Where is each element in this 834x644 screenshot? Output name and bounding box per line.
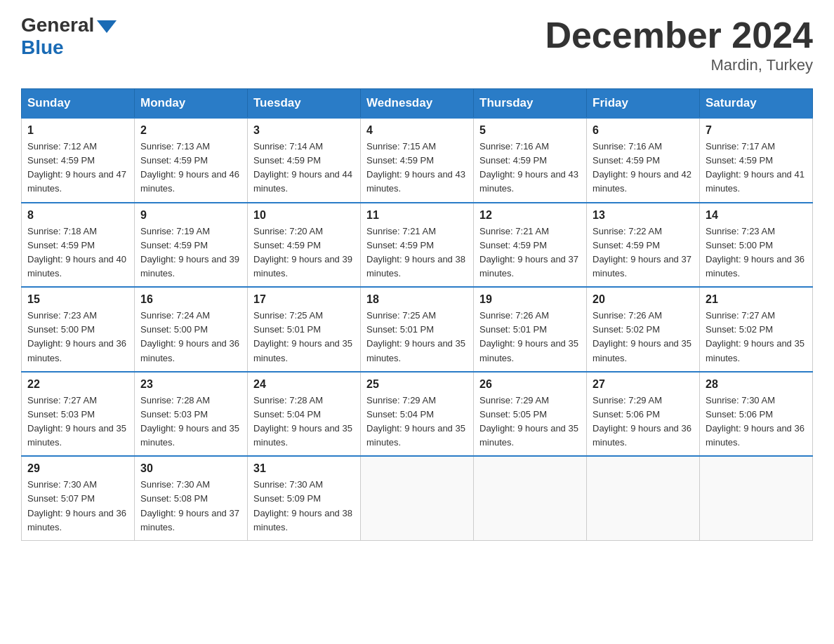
day-number: 20 — [593, 293, 694, 306]
day-info: Sunrise: 7:19 AMSunset: 4:59 PMDaylight:… — [140, 224, 241, 281]
calendar-cell: 15Sunrise: 7:23 AMSunset: 5:00 PMDayligh… — [22, 287, 135, 372]
day-number: 9 — [140, 209, 241, 222]
weekday-header-sunday: Sunday — [22, 89, 135, 119]
day-number: 28 — [706, 378, 807, 391]
calendar-cell: 25Sunrise: 7:29 AMSunset: 5:04 PMDayligh… — [361, 372, 474, 457]
calendar-cell: 1Sunrise: 7:12 AMSunset: 4:59 PMDaylight… — [22, 118, 135, 203]
day-number: 10 — [253, 209, 355, 222]
day-number: 12 — [479, 209, 581, 222]
day-info: Sunrise: 7:25 AMSunset: 5:01 PMDaylight:… — [253, 309, 355, 365]
day-info: Sunrise: 7:22 AMSunset: 4:59 PMDaylight:… — [593, 224, 694, 281]
week-row-5: 29Sunrise: 7:30 AMSunset: 5:07 PMDayligh… — [22, 456, 813, 540]
day-info: Sunrise: 7:30 AMSunset: 5:09 PMDaylight:… — [253, 478, 355, 535]
day-number: 25 — [366, 378, 468, 391]
weekday-header-thursday: Thursday — [474, 89, 587, 119]
weekday-header-saturday: Saturday — [700, 89, 813, 119]
day-info: Sunrise: 7:27 AMSunset: 5:02 PMDaylight:… — [706, 309, 807, 365]
calendar-cell: 5Sunrise: 7:16 AMSunset: 4:59 PMDaylight… — [474, 118, 587, 203]
calendar-cell: 12Sunrise: 7:21 AMSunset: 4:59 PMDayligh… — [474, 203, 587, 288]
day-info: Sunrise: 7:15 AMSunset: 4:59 PMDaylight:… — [366, 140, 468, 196]
day-info: Sunrise: 7:30 AMSunset: 5:06 PMDaylight:… — [706, 394, 807, 450]
week-row-4: 22Sunrise: 7:27 AMSunset: 5:03 PMDayligh… — [22, 372, 813, 457]
logo-arrow-icon — [97, 20, 117, 33]
day-info: Sunrise: 7:23 AMSunset: 5:00 PMDaylight:… — [706, 224, 807, 281]
weekday-header-friday: Friday — [587, 89, 700, 119]
day-info: Sunrise: 7:16 AMSunset: 4:59 PMDaylight:… — [479, 140, 581, 196]
calendar-cell: 28Sunrise: 7:30 AMSunset: 5:06 PMDayligh… — [700, 372, 813, 457]
day-info: Sunrise: 7:28 AMSunset: 5:04 PMDaylight:… — [253, 394, 355, 450]
day-number: 7 — [706, 124, 807, 137]
day-number: 24 — [253, 378, 355, 391]
day-number: 23 — [140, 378, 241, 391]
calendar-cell: 20Sunrise: 7:26 AMSunset: 5:02 PMDayligh… — [587, 287, 700, 372]
day-info: Sunrise: 7:14 AMSunset: 4:59 PMDaylight:… — [253, 140, 355, 196]
day-number: 16 — [140, 293, 241, 306]
calendar-cell: 16Sunrise: 7:24 AMSunset: 5:00 PMDayligh… — [135, 287, 248, 372]
day-info: Sunrise: 7:17 AMSunset: 4:59 PMDaylight:… — [706, 140, 807, 196]
calendar-table: SundayMondayTuesdayWednesdayThursdayFrid… — [21, 88, 813, 541]
calendar-cell: 21Sunrise: 7:27 AMSunset: 5:02 PMDayligh… — [700, 287, 813, 372]
calendar-cell — [474, 456, 587, 540]
day-info: Sunrise: 7:13 AMSunset: 4:59 PMDaylight:… — [140, 140, 241, 196]
calendar-cell: 13Sunrise: 7:22 AMSunset: 4:59 PMDayligh… — [587, 203, 700, 288]
calendar-cell: 10Sunrise: 7:20 AMSunset: 4:59 PMDayligh… — [248, 203, 361, 288]
day-info: Sunrise: 7:26 AMSunset: 5:01 PMDaylight:… — [479, 309, 581, 365]
day-number: 26 — [479, 378, 581, 391]
calendar-cell: 30Sunrise: 7:30 AMSunset: 5:08 PMDayligh… — [135, 456, 248, 540]
calendar-cell: 3Sunrise: 7:14 AMSunset: 4:59 PMDaylight… — [248, 118, 361, 203]
title-section: December 2024 Mardin, Turkey — [545, 14, 813, 74]
day-info: Sunrise: 7:29 AMSunset: 5:06 PMDaylight:… — [593, 394, 694, 450]
day-number: 6 — [593, 124, 694, 137]
calendar-cell: 11Sunrise: 7:21 AMSunset: 4:59 PMDayligh… — [361, 203, 474, 288]
calendar-cell: 9Sunrise: 7:19 AMSunset: 4:59 PMDaylight… — [135, 203, 248, 288]
calendar-cell: 18Sunrise: 7:25 AMSunset: 5:01 PMDayligh… — [361, 287, 474, 372]
calendar-cell: 27Sunrise: 7:29 AMSunset: 5:06 PMDayligh… — [587, 372, 700, 457]
week-row-2: 8Sunrise: 7:18 AMSunset: 4:59 PMDaylight… — [22, 203, 813, 288]
calendar-cell: 17Sunrise: 7:25 AMSunset: 5:01 PMDayligh… — [248, 287, 361, 372]
calendar-cell: 29Sunrise: 7:30 AMSunset: 5:07 PMDayligh… — [22, 456, 135, 540]
day-info: Sunrise: 7:18 AMSunset: 4:59 PMDaylight:… — [27, 224, 128, 281]
calendar-cell — [361, 456, 474, 540]
calendar-cell: 31Sunrise: 7:30 AMSunset: 5:09 PMDayligh… — [248, 456, 361, 540]
calendar-cell: 6Sunrise: 7:16 AMSunset: 4:59 PMDaylight… — [587, 118, 700, 203]
day-number: 4 — [366, 124, 468, 137]
logo-general-text: General — [21, 14, 94, 36]
day-info: Sunrise: 7:29 AMSunset: 5:04 PMDaylight:… — [366, 394, 468, 450]
day-number: 15 — [27, 293, 128, 306]
logo: General Blue — [21, 14, 117, 59]
calendar-cell: 24Sunrise: 7:28 AMSunset: 5:04 PMDayligh… — [248, 372, 361, 457]
day-number: 31 — [253, 462, 355, 475]
day-number: 1 — [27, 124, 128, 137]
day-number: 30 — [140, 462, 241, 475]
day-info: Sunrise: 7:20 AMSunset: 4:59 PMDaylight:… — [253, 224, 355, 281]
day-number: 3 — [253, 124, 355, 137]
day-info: Sunrise: 7:23 AMSunset: 5:00 PMDaylight:… — [27, 309, 128, 365]
day-number: 21 — [706, 293, 807, 306]
weekday-header-tuesday: Tuesday — [248, 89, 361, 119]
calendar-cell: 14Sunrise: 7:23 AMSunset: 5:00 PMDayligh… — [700, 203, 813, 288]
weekday-header-monday: Monday — [135, 89, 248, 119]
calendar-cell: 22Sunrise: 7:27 AMSunset: 5:03 PMDayligh… — [22, 372, 135, 457]
day-number: 29 — [27, 462, 128, 475]
calendar-cell — [587, 456, 700, 540]
calendar-cell: 26Sunrise: 7:29 AMSunset: 5:05 PMDayligh… — [474, 372, 587, 457]
day-info: Sunrise: 7:29 AMSunset: 5:05 PMDaylight:… — [479, 394, 581, 450]
day-info: Sunrise: 7:24 AMSunset: 5:00 PMDaylight:… — [140, 309, 241, 365]
day-number: 11 — [366, 209, 468, 222]
day-number: 17 — [253, 293, 355, 306]
day-number: 8 — [27, 209, 128, 222]
week-row-3: 15Sunrise: 7:23 AMSunset: 5:00 PMDayligh… — [22, 287, 813, 372]
calendar-cell — [700, 456, 813, 540]
day-info: Sunrise: 7:26 AMSunset: 5:02 PMDaylight:… — [593, 309, 694, 365]
day-info: Sunrise: 7:28 AMSunset: 5:03 PMDaylight:… — [140, 394, 241, 450]
calendar-cell: 4Sunrise: 7:15 AMSunset: 4:59 PMDaylight… — [361, 118, 474, 203]
weekday-header-wednesday: Wednesday — [361, 89, 474, 119]
calendar-cell: 2Sunrise: 7:13 AMSunset: 4:59 PMDaylight… — [135, 118, 248, 203]
day-info: Sunrise: 7:30 AMSunset: 5:08 PMDaylight:… — [140, 478, 241, 535]
month-title: December 2024 — [545, 14, 813, 56]
page-header: General Blue December 2024 Mardin, Turke… — [21, 14, 813, 74]
day-number: 14 — [706, 209, 807, 222]
day-number: 18 — [366, 293, 468, 306]
calendar-cell: 19Sunrise: 7:26 AMSunset: 5:01 PMDayligh… — [474, 287, 587, 372]
calendar-cell: 8Sunrise: 7:18 AMSunset: 4:59 PMDaylight… — [22, 203, 135, 288]
